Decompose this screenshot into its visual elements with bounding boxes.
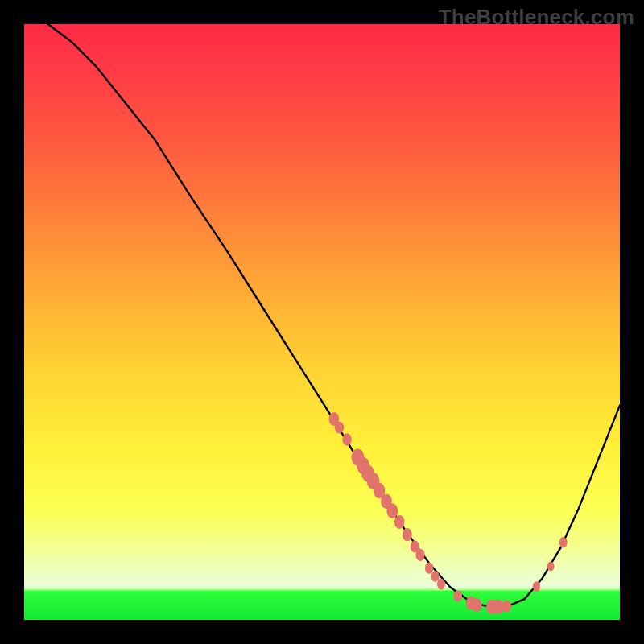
curve-marker [533, 581, 540, 592]
curve-marker [559, 537, 568, 548]
curve-marker [502, 600, 511, 612]
chart-svg [24, 24, 620, 620]
curve-marker [415, 549, 424, 561]
curve-marker [431, 571, 440, 582]
curve-marker [437, 579, 445, 590]
curve-marker [472, 598, 482, 612]
watermark-text: TheBottleneck.com [439, 5, 634, 30]
curve-marker [402, 528, 412, 541]
curve-marker [547, 562, 555, 572]
curve-marker [425, 562, 434, 573]
chart-frame: TheBottleneck.com [0, 0, 644, 644]
curve-marker [386, 503, 398, 518]
bottleneck-curve [48, 24, 620, 607]
curve-marker [394, 515, 405, 529]
curve-marker [335, 421, 344, 433]
curve-marker [342, 433, 351, 445]
curve-marker [453, 590, 462, 601]
